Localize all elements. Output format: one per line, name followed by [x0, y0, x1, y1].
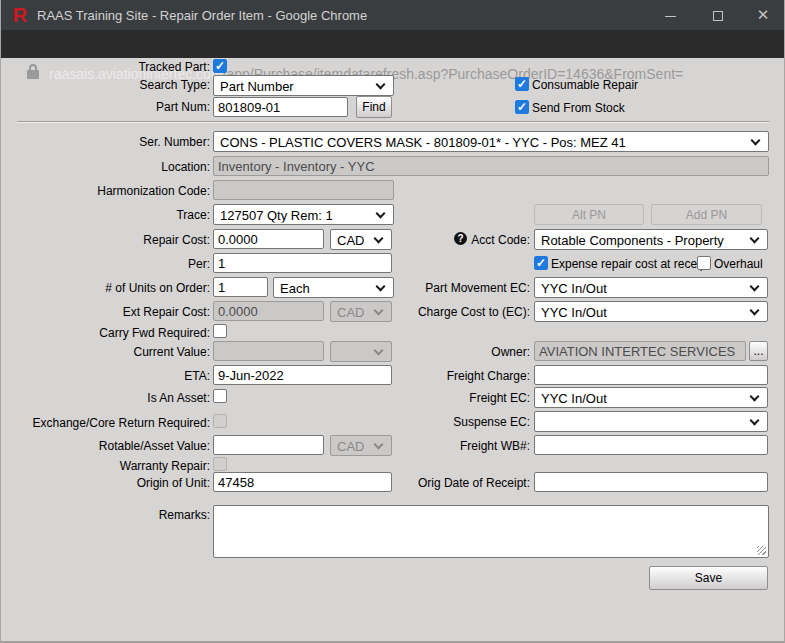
units-on-order-input[interactable]: [213, 277, 268, 297]
charge-cost-to-select[interactable]: YYC In/Out: [534, 301, 768, 322]
orig-date-of-receipt-input[interactable]: [534, 472, 768, 492]
orig-date-of-receipt-label: Orig Date of Receipt:: [330, 476, 530, 490]
is-an-asset-label: Is An Asset:: [10, 391, 210, 405]
warranty-repair-checkbox: [213, 457, 227, 471]
exchange-core-label: Exchange/Core Return Required:: [10, 416, 210, 430]
expense-repair-label: Expense repair cost at receipt: [551, 257, 710, 271]
chevron-down-icon: [750, 392, 760, 402]
overhaul-label: Overhaul: [714, 257, 763, 271]
chevron-down-icon: [750, 416, 760, 426]
maximize-button[interactable]: [698, 0, 738, 30]
window-title: RAAS Training Site - Repair Order Item -…: [37, 8, 367, 23]
location-label: Location:: [10, 160, 210, 174]
carry-fwd-label: Carry Fwd Required:: [10, 326, 210, 340]
warranty-repair-label: Warranty Repair:: [10, 459, 210, 473]
chevron-down-icon: [750, 234, 760, 244]
search-type-label: Search Type:: [10, 78, 210, 92]
harmonization-code-label: Harmonization Code:: [10, 184, 210, 198]
charge-cost-to-label: Charge Cost to (EC):: [330, 305, 530, 319]
units-uom-value: Each: [280, 280, 310, 295]
section-divider: [17, 121, 769, 123]
owner-browse-button[interactable]: ...: [749, 341, 768, 361]
part-num-input[interactable]: [213, 97, 348, 117]
exchange-core-checkbox: [213, 414, 227, 428]
location-input: [213, 156, 769, 176]
chevron-down-icon: [750, 306, 760, 316]
suspense-ec-select[interactable]: [534, 411, 768, 432]
raas-logo-icon: R: [10, 4, 30, 26]
chevron-down-icon: [376, 209, 386, 219]
maximize-icon: [713, 11, 723, 21]
find-button[interactable]: Find: [356, 96, 392, 118]
eta-label: ETA:: [10, 369, 210, 383]
expense-repair-checkbox[interactable]: [534, 256, 548, 270]
per-label: Per:: [10, 257, 210, 271]
part-movement-ec-select[interactable]: YYC In/Out: [534, 277, 768, 298]
close-button[interactable]: ✕: [743, 0, 783, 30]
part-num-label: Part Num:: [10, 100, 210, 114]
harmonization-code-input: [213, 180, 394, 200]
acct-code-select[interactable]: Rotable Components - Property: [534, 229, 768, 250]
rotable-asset-value-input[interactable]: [213, 435, 324, 455]
ser-number-value: CONS - PLASTIC COVERS MASK - 801809-01* …: [220, 134, 626, 149]
freight-ec-value: YYC In/Out: [541, 390, 607, 405]
suspense-ec-label: Suspense EC:: [330, 415, 530, 429]
repair-cost-input[interactable]: [213, 229, 324, 249]
ser-number-label: Ser. Number:: [10, 135, 210, 149]
address-bar[interactable]: raasais.aviationintertec.com/app/Purchas…: [1, 30, 785, 58]
remarks-label: Remarks:: [10, 508, 210, 522]
minimize-button[interactable]: [650, 0, 690, 30]
trace-value: 127507 Qty Rem: 1: [220, 207, 333, 222]
repair-cost-label: Repair Cost:: [10, 233, 210, 247]
chevron-down-icon: [750, 282, 760, 292]
rotable-asset-value-label: Rotable/Asset Value:: [10, 439, 210, 453]
current-value-input: [213, 341, 324, 361]
freight-wb-label: Freight WB#:: [330, 439, 530, 453]
per-input[interactable]: [213, 253, 392, 273]
freight-charge-label: Freight Charge:: [330, 369, 530, 383]
current-value-label: Current Value:: [10, 345, 210, 359]
search-type-value: Part Number: [220, 78, 294, 93]
carry-fwd-checkbox[interactable]: [213, 324, 227, 338]
save-button[interactable]: Save: [649, 566, 768, 590]
send-from-stock-label: Send From Stock: [532, 101, 625, 115]
freight-wb-input[interactable]: [534, 435, 768, 455]
alt-pn-button: Alt PN: [534, 204, 644, 225]
owner-label: Owner:: [330, 345, 530, 359]
ext-repair-cost-label: Ext Repair Cost:: [10, 305, 210, 319]
search-type-select[interactable]: Part Number: [213, 75, 394, 96]
chevron-down-icon: [376, 80, 386, 90]
part-movement-ec-value: YYC In/Out: [541, 280, 607, 295]
part-movement-ec-label: Part Movement EC:: [330, 281, 530, 295]
minimize-icon: [665, 16, 676, 17]
units-on-order-label: # of Units on Order:: [10, 281, 210, 295]
remarks-textarea[interactable]: [213, 505, 769, 558]
charge-cost-to-value: YYC In/Out: [541, 304, 607, 319]
send-from-stock-checkbox[interactable]: [515, 100, 529, 114]
overhaul-checkbox[interactable]: [697, 256, 711, 270]
consumable-repair-label: Consumable Repair: [532, 78, 638, 92]
freight-charge-input[interactable]: [534, 365, 768, 385]
origin-of-unit-label: Origin of Unit:: [10, 476, 210, 490]
remarks-field: [213, 505, 769, 558]
freight-ec-label: Freight EC:: [330, 391, 530, 405]
owner-input: [534, 341, 746, 361]
ser-number-select[interactable]: CONS - PLASTIC COVERS MASK - 801809-01* …: [213, 131, 769, 152]
chevron-down-icon: [751, 136, 761, 146]
browser-window: R RAAS Training Site - Repair Order Item…: [0, 0, 785, 643]
consumable-repair-checkbox[interactable]: [515, 77, 529, 91]
acct-code-value: Rotable Components - Property: [541, 232, 724, 247]
tracked-part-label: Tracked Part:: [10, 60, 210, 74]
acct-code-label: Acct Code:: [330, 233, 530, 247]
ext-repair-cost-input: [213, 301, 324, 321]
tracked-part-checkbox[interactable]: [213, 59, 227, 73]
trace-select[interactable]: 127507 Qty Rem: 1: [213, 204, 394, 225]
freight-ec-select[interactable]: YYC In/Out: [534, 387, 768, 408]
trace-label: Trace:: [10, 208, 210, 222]
title-bar: R RAAS Training Site - Repair Order Item…: [1, 0, 785, 30]
is-an-asset-checkbox[interactable]: [213, 389, 227, 403]
add-pn-button: Add PN: [651, 204, 762, 225]
